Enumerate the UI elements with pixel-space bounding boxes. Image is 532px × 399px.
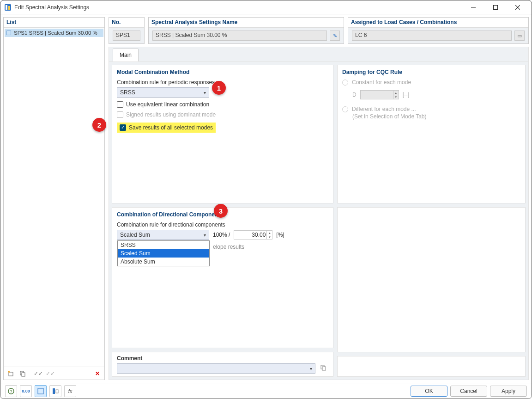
damping-constant-row: Constant for each mode [342, 79, 520, 86]
comment-select[interactable]: ▾ [117, 363, 315, 374]
spin-up[interactable]: ▲ [266, 231, 272, 235]
save-results-row[interactable]: ✓ Save results of all selected modes [117, 123, 216, 133]
maximize-button[interactable] [485, 0, 506, 14]
comment-card: Comment ▾ [112, 352, 333, 377]
eq-linear-checkbox[interactable] [117, 101, 123, 108]
assigned-field[interactable]: LC 6 [352, 31, 512, 41]
save-results-checkbox[interactable]: ✓ [120, 124, 126, 131]
checklist-2-button[interactable]: ✓✓ [45, 368, 55, 379]
top-row: No. SPS1 Spectral Analysis Settings Name… [109, 17, 529, 44]
empty-card-2 [337, 356, 526, 377]
name-header: Spectral Analysis Settings Name [149, 18, 344, 28]
window-controls [463, 0, 528, 14]
directional-rule-select[interactable]: Scaled Sum ▾ SRSS Scaled Sum Absolute Su… [117, 230, 209, 240]
modal-combination-card: Modal Combination Method Combination rul… [112, 65, 333, 203]
different-radio [342, 106, 348, 112]
annotation-badge-1: 1 [212, 81, 226, 95]
help-button[interactable]: ? [5, 385, 17, 397]
comment-extra-button[interactable] [318, 362, 328, 373]
assigned-more-button[interactable]: ▭ [514, 31, 525, 41]
save-results-label: Save results of all selected modes [129, 124, 213, 131]
empty-card-1 [337, 207, 526, 352]
copy-item-button[interactable] [18, 368, 28, 379]
name-box: Spectral Analysis Settings Name SRSS | S… [148, 17, 344, 44]
titlebar: Edit Spectral Analysis Settings [0, 0, 532, 14]
list-toolbar: ✓✓ ✓✓ ✕ [4, 367, 104, 380]
d-label: D [352, 92, 357, 98]
svg-rect-15 [38, 388, 43, 394]
new-item-button[interactable] [6, 368, 16, 379]
scale-value: 30.00 [252, 232, 266, 238]
svg-rect-17 [56, 390, 58, 393]
fx-button[interactable]: fx [64, 385, 76, 397]
svg-rect-10 [22, 373, 25, 376]
eq-linear-row[interactable]: Use equivalent linear combination [117, 101, 328, 108]
damping-d-row: D ▲▼ [--] [352, 90, 520, 99]
svg-rect-4 [494, 5, 498, 9]
apply-button[interactable]: Apply [490, 386, 527, 397]
tab-content: Modal Combination Method Combination rul… [109, 62, 529, 380]
dropdown-option[interactable]: SRSS [118, 241, 209, 249]
signed-label: Signed results using dominant mode [126, 111, 216, 118]
eq-linear-label: Use equivalent linear combination [126, 101, 209, 108]
bottom-toolbar: ? 0.00 fx OK Cancel Apply [0, 383, 532, 399]
minimize-button[interactable] [463, 0, 484, 14]
list-item-label: SPS1 SRSS | Scaled Sum 30.00 % [14, 30, 97, 36]
d-spin: ▲▼ [360, 90, 399, 99]
damping-card: Damping for CQC Rule Constant for each m… [337, 65, 526, 203]
list-body: SPS1 SRSS | Scaled Sum 30.00 % [4, 28, 104, 367]
svg-point-8 [8, 371, 10, 372]
different-label: Different for each mode ... [352, 106, 416, 112]
spin-up: ▲ [393, 91, 399, 95]
d-unit: [--] [403, 92, 410, 98]
periodic-rule-select[interactable]: SRSS ▾ [117, 87, 209, 98]
comment-label: Comment [117, 355, 328, 362]
envelope-partial-text: elope results [213, 244, 328, 250]
assigned-header: Assigned to Load Cases / Combinations [348, 18, 528, 28]
view-1-button[interactable] [35, 385, 47, 397]
delete-item-button[interactable]: ✕ [92, 368, 103, 379]
scale-value-spin[interactable]: 30.00 ▲▼ [234, 230, 272, 239]
svg-rect-1 [6, 5, 7, 10]
signed-row: Signed results using dominant mode [117, 111, 328, 118]
periodic-rule-value: SRSS [120, 89, 135, 96]
dropdown-option[interactable]: Absolute Sum [118, 258, 209, 266]
ok-button[interactable]: OK [411, 386, 447, 397]
signed-checkbox [117, 111, 123, 118]
name-field[interactable]: SRSS | Scaled Sum 30.00 % [152, 31, 327, 41]
list-panel: List SPS1 SRSS | Scaled Sum 30.00 % ✓✓ ✓… [3, 17, 105, 380]
cancel-button[interactable]: Cancel [450, 386, 487, 397]
list-item[interactable]: SPS1 SRSS | Scaled Sum 30.00 % [5, 29, 103, 37]
tab-main[interactable]: Main [113, 49, 139, 61]
directional-value-row: Scaled Sum ▾ SRSS Scaled Sum Absolute Su… [117, 230, 328, 240]
dialog-window: Edit Spectral Analysis Settings List SPS… [0, 0, 532, 399]
no-field[interactable]: SPS1 [113, 31, 140, 41]
svg-text:?: ? [10, 389, 12, 394]
modal-title: Modal Combination Method [117, 69, 328, 75]
different-sub: (Set in Selection of Mode Tab) [352, 113, 520, 120]
left-percent-label: 100% / [213, 232, 230, 238]
left-column: Modal Combination Method Combination rul… [112, 65, 333, 377]
svg-rect-2 [8, 6, 10, 10]
view-2-button[interactable] [49, 385, 61, 397]
constant-radio [342, 80, 348, 86]
no-box: No. SPS1 [109, 17, 145, 44]
right-column: Damping for CQC Rule Constant for each m… [337, 65, 526, 377]
window-title: Edit Spectral Analysis Settings [14, 4, 463, 11]
chevron-down-icon: ▾ [310, 366, 312, 371]
annotation-badge-3: 3 [214, 204, 228, 218]
checklist-1-button[interactable]: ✓✓ [33, 368, 43, 379]
damping-title: Damping for CQC Rule [342, 69, 520, 75]
close-button[interactable] [508, 0, 528, 14]
dropdown-option[interactable]: Scaled Sum [118, 249, 209, 258]
svg-rect-12 [322, 367, 326, 370]
app-icon [4, 4, 12, 11]
directional-rule-value: Scaled Sum [120, 232, 150, 238]
edit-name-button[interactable]: ✎ [330, 31, 340, 41]
units-button[interactable]: 0.00 [20, 385, 32, 397]
tabs: Main [109, 47, 529, 62]
spin-down[interactable]: ▼ [266, 235, 272, 239]
no-header: No. [109, 18, 144, 28]
right-area: No. SPS1 Spectral Analysis Settings Name… [109, 17, 529, 380]
constant-label: Constant for each mode [352, 79, 411, 86]
